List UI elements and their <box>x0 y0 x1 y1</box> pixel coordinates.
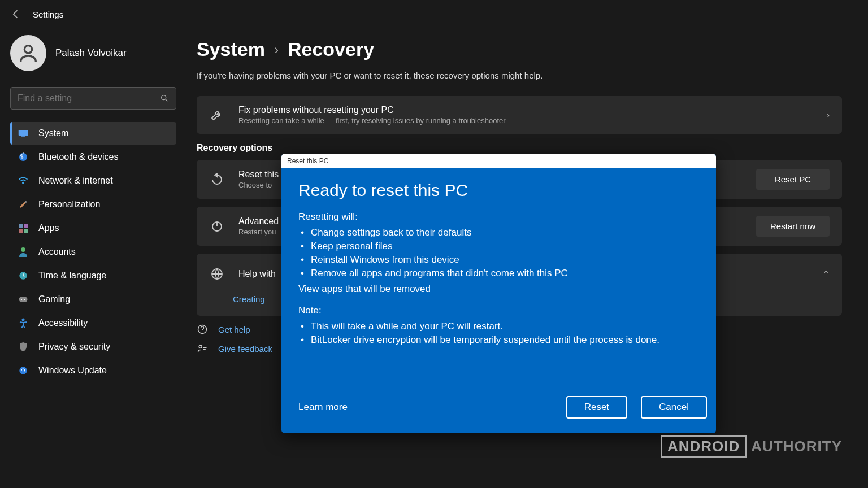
svg-point-10 <box>21 247 25 252</box>
chevron-up-icon[interactable]: ⌃ <box>822 269 830 280</box>
apps-icon <box>18 223 28 233</box>
svg-point-13 <box>21 299 22 300</box>
svg-point-4 <box>19 153 27 161</box>
card-title: Fix problems without resetting your PC <box>238 105 827 115</box>
sidebar-item-privacy[interactable]: Privacy & security <box>10 336 176 358</box>
user-profile[interactable]: Palash Volvoikar <box>10 35 176 71</box>
search-icon <box>160 94 169 103</box>
accessibility-icon <box>18 318 28 328</box>
svg-rect-8 <box>19 229 23 233</box>
update-icon <box>18 365 28 376</box>
globe-icon <box>209 266 225 282</box>
clock-icon <box>18 271 28 281</box>
search-input[interactable] <box>10 87 176 110</box>
sidebar-item-network[interactable]: Network & internet <box>10 169 176 192</box>
sidebar-item-label: Gaming <box>38 294 70 304</box>
learn-more-link[interactable]: Learn more <box>298 402 348 413</box>
sidebar-item-label: Apps <box>38 223 59 233</box>
sidebar-item-label: Personalization <box>38 199 100 210</box>
sidebar: Palash Volvoikar System Bluetooth & devi… <box>0 28 186 383</box>
sidebar-item-label: Accounts <box>38 247 76 257</box>
sidebar-item-system[interactable]: System <box>10 122 176 145</box>
sidebar-item-label: System <box>38 128 68 138</box>
svg-rect-2 <box>19 130 28 136</box>
give-feedback-label[interactable]: Give feedback <box>218 344 272 354</box>
back-arrow-icon[interactable] <box>10 8 21 20</box>
sidebar-item-label: Accessibility <box>38 318 88 328</box>
list-item: BitLocker drive encryption will be tempo… <box>301 333 699 347</box>
svg-point-1 <box>162 95 166 100</box>
list-item: Keep personal files <box>301 239 699 253</box>
sidebar-item-personalization[interactable]: Personalization <box>10 193 176 216</box>
breadcrumb-parent[interactable]: System <box>197 38 265 60</box>
power-icon <box>209 219 225 234</box>
card-desc: Resetting can take a while — first, try … <box>238 116 827 125</box>
list-item: Remove all apps and programs that didn't… <box>301 267 699 280</box>
sidebar-item-label: Time & language <box>38 271 106 281</box>
view-apps-link[interactable]: View apps that will be removed <box>298 284 431 295</box>
display-icon <box>18 128 28 138</box>
svg-rect-12 <box>19 297 28 302</box>
svg-rect-3 <box>21 136 25 137</box>
chevron-right-icon: › <box>827 110 830 120</box>
paintbrush-icon <box>18 199 28 210</box>
sidebar-item-apps[interactable]: Apps <box>10 217 176 239</box>
reset-icon <box>209 172 225 188</box>
person-icon <box>18 247 28 257</box>
settings-title: Settings <box>33 10 63 19</box>
watermark-box: ANDROID <box>661 435 747 457</box>
cancel-button[interactable]: Cancel <box>641 396 707 419</box>
page-subtitle: If you're having problems with your PC o… <box>197 71 842 80</box>
resetting-list: Change settings back to their defaults K… <box>298 226 699 280</box>
svg-point-14 <box>24 299 25 300</box>
reset-pc-button[interactable]: Reset PC <box>756 169 830 190</box>
restart-now-button[interactable]: Restart now <box>756 216 830 237</box>
help-icon <box>197 324 208 335</box>
sidebar-item-label: Bluetooth & devices <box>38 152 118 162</box>
dialog-titlebar: Reset this PC <box>281 154 716 168</box>
watermark: ANDROID AUTHORITY <box>661 435 842 457</box>
note-list: This will take a while and your PC will … <box>298 320 699 347</box>
sidebar-item-label: Network & internet <box>38 176 113 186</box>
breadcrumb: System › Recovery <box>197 38 842 60</box>
sidebar-item-accounts[interactable]: Accounts <box>10 241 176 263</box>
feedback-icon <box>197 343 208 354</box>
sidebar-item-gaming[interactable]: Gaming <box>10 288 176 311</box>
reset-button[interactable]: Reset <box>566 396 627 419</box>
fix-problems-card[interactable]: Fix problems without resetting your PC R… <box>197 96 842 134</box>
svg-point-20 <box>199 345 202 348</box>
svg-rect-7 <box>24 224 28 228</box>
avatar-icon <box>10 35 46 71</box>
sidebar-item-accessibility[interactable]: Accessibility <box>10 312 176 334</box>
dialog-heading: Ready to reset this PC <box>298 181 699 200</box>
svg-point-5 <box>23 182 24 184</box>
bluetooth-icon <box>18 152 28 162</box>
gamepad-icon <box>18 294 28 304</box>
resetting-will-label: Resetting will: <box>298 211 699 223</box>
list-item: Change settings back to their defaults <box>301 226 699 239</box>
get-help-label[interactable]: Get help <box>218 325 250 334</box>
svg-rect-6 <box>19 224 23 228</box>
help-link-creating[interactable]: Creating <box>233 294 265 304</box>
watermark-text: AUTHORITY <box>751 438 842 455</box>
chevron-right-icon: › <box>274 42 279 58</box>
sidebar-item-time[interactable]: Time & language <box>10 264 176 287</box>
note-label: Note: <box>298 305 699 316</box>
breadcrumb-current: Recovery <box>288 38 374 60</box>
sidebar-item-label: Windows Update <box>38 365 107 376</box>
wrench-icon <box>209 107 225 123</box>
search-field[interactable] <box>18 93 160 103</box>
sidebar-item-update[interactable]: Windows Update <box>10 359 176 382</box>
list-item: Reinstall Windows from this device <box>301 253 699 267</box>
svg-point-0 <box>24 46 32 53</box>
reset-pc-dialog: Reset this PC Ready to reset this PC Res… <box>281 154 716 433</box>
sidebar-item-bluetooth[interactable]: Bluetooth & devices <box>10 146 176 168</box>
sidebar-item-label: Privacy & security <box>38 342 110 352</box>
svg-rect-9 <box>24 229 28 233</box>
shield-icon <box>18 342 28 352</box>
list-item: This will take a while and your PC will … <box>301 320 699 333</box>
user-name: Palash Volvoikar <box>55 47 127 59</box>
svg-point-15 <box>22 319 25 321</box>
svg-point-16 <box>19 367 27 374</box>
recovery-options-heading: Recovery options <box>197 143 842 153</box>
